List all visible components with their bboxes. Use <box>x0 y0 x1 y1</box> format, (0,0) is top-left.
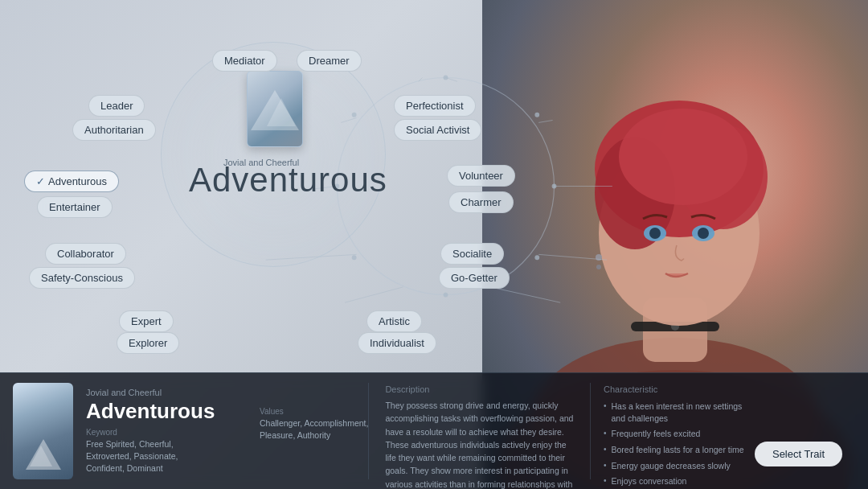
char-bullet-2: • <box>604 445 607 454</box>
char-text-3: Energy gauge decreases slowly <box>611 460 730 472</box>
explorer-label: Explorer <box>129 337 167 349</box>
trait-individualist[interactable]: Individualist <box>358 332 436 354</box>
char-item-3: • Energy gauge decreases slowly <box>604 460 755 472</box>
char-bullet-1: • <box>604 429 607 438</box>
adventurous-label: Adventurous <box>48 175 107 187</box>
volunteer-label: Volunteer <box>459 170 503 182</box>
socialite-label: Socialite <box>452 248 492 260</box>
dreamer-label: Dreamer <box>309 55 350 67</box>
collaborator-label: Collaborator <box>57 248 114 260</box>
go-getter-label: Go-Getter <box>451 272 497 284</box>
trait-entertainer[interactable]: Entertainer <box>37 196 113 218</box>
char-text-0: Has a keen interest in new settings and … <box>611 401 754 424</box>
trait-explorer[interactable]: Explorer <box>117 332 179 354</box>
perfectionist-label: Perfectionist <box>406 100 464 112</box>
charmer-label: Charmer <box>461 196 502 208</box>
svg-line-17 <box>419 77 423 81</box>
panel-desc-text: They possess strong drive and energy, qu… <box>385 399 574 489</box>
panel-keywords: Free Spirited, Cheerful, Extroverted, Pa… <box>86 438 247 474</box>
expert-label: Expert <box>131 315 162 327</box>
svg-line-24 <box>538 254 607 260</box>
panel-values-section: Values Challenger, Accomplishment, Pleas… <box>260 373 368 489</box>
trait-adventurous[interactable]: ✓Adventurous <box>24 171 119 192</box>
char-text-1: Frequently feels excited <box>611 428 700 440</box>
panel-card-thumbnail <box>13 383 73 479</box>
char-bullet-0: • <box>604 401 607 410</box>
bottom-panel: Jovial and Cheerful Adventurous Keyword … <box>0 372 868 489</box>
panel-keyword-label: Keyword <box>86 428 247 437</box>
card-mountain <box>248 72 302 146</box>
svg-point-32 <box>534 113 539 117</box>
svg-point-29 <box>552 184 557 189</box>
entertainer-label: Entertainer <box>49 201 100 213</box>
panel-values: Challenger, Accomplishment, Pleasure, Au… <box>260 417 368 441</box>
panel-values-label: Values <box>260 407 368 416</box>
char-item-4: • Enjoys conversation <box>604 475 755 487</box>
svg-line-26 <box>490 287 560 302</box>
big-title: Adventurous <box>189 161 387 199</box>
svg-point-34 <box>534 255 539 260</box>
panel-info: Jovial and Cheerful Adventurous Keyword … <box>86 373 247 489</box>
trait-safety-conscious[interactable]: Safety-Conscious <box>29 267 135 289</box>
panel-card-mountain2 <box>30 446 52 466</box>
select-trait-button[interactable]: Select Trait <box>755 442 842 466</box>
center-card[interactable] <box>247 71 303 147</box>
char-text-4: Enjoys conversation <box>611 475 686 487</box>
char-bullet-3: • <box>604 461 607 470</box>
trait-expert[interactable]: Expert <box>119 310 174 332</box>
trait-volunteer[interactable]: Volunteer <box>447 165 515 187</box>
trait-leader[interactable]: Leader <box>88 95 145 117</box>
panel-description: Description They possess strong drive an… <box>369 373 590 489</box>
trait-go-getter[interactable]: Go-Getter <box>439 267 510 289</box>
char-item-0: • Has a keen interest in new settings an… <box>604 401 755 424</box>
svg-point-27 <box>444 76 448 80</box>
safety-conscious-label: Safety-Conscious <box>41 272 123 284</box>
char-text-2: Bored feeling lasts for a longer time <box>611 444 743 456</box>
authoritarian-label: Authoritarian <box>84 124 144 136</box>
char-item-2: • Bored feeling lasts for a longer time <box>604 444 755 456</box>
leader-label: Leader <box>100 100 133 112</box>
trait-map: Jovial and Cheerful Adventurous Mediator… <box>0 0 868 372</box>
trait-charmer[interactable]: Charmer <box>448 191 514 213</box>
panel-char-label: Characteristic <box>604 384 755 394</box>
char-item-1: • Frequently feels excited <box>604 428 755 440</box>
trait-authoritarian[interactable]: Authoritarian <box>72 119 156 141</box>
trait-collaborator[interactable]: Collaborator <box>45 243 126 265</box>
adventurous-check: ✓ <box>36 175 45 187</box>
panel-desc-label: Description <box>385 384 574 394</box>
trait-mediator[interactable]: Mediator <box>212 50 277 72</box>
svg-line-25 <box>345 287 403 302</box>
artistic-label: Artistic <box>379 315 410 327</box>
panel-name: Adventurous <box>86 401 247 421</box>
trait-perfectionist[interactable]: Perfectionist <box>394 95 476 117</box>
svg-point-33 <box>352 255 357 260</box>
panel-subtitle: Jovial and Cheerful <box>86 388 247 397</box>
svg-point-30 <box>444 293 448 298</box>
trait-social-activist[interactable]: Social Activist <box>394 119 481 141</box>
main-content: Jovial and Cheerful Adventurous Mediator… <box>0 0 868 489</box>
mediator-label: Mediator <box>224 55 265 67</box>
char-bullet-4: • <box>604 476 607 485</box>
svg-line-20 <box>538 121 552 123</box>
trait-artistic[interactable]: Artistic <box>366 310 422 332</box>
trait-dreamer[interactable]: Dreamer <box>297 50 362 72</box>
individualist-label: Individualist <box>370 337 424 349</box>
svg-line-18 <box>445 77 457 81</box>
social-activist-label: Social Activist <box>406 124 469 136</box>
panel-characteristic: Characteristic • Has a keen interest in … <box>591 373 768 489</box>
trait-socialite[interactable]: Socialite <box>440 243 504 265</box>
